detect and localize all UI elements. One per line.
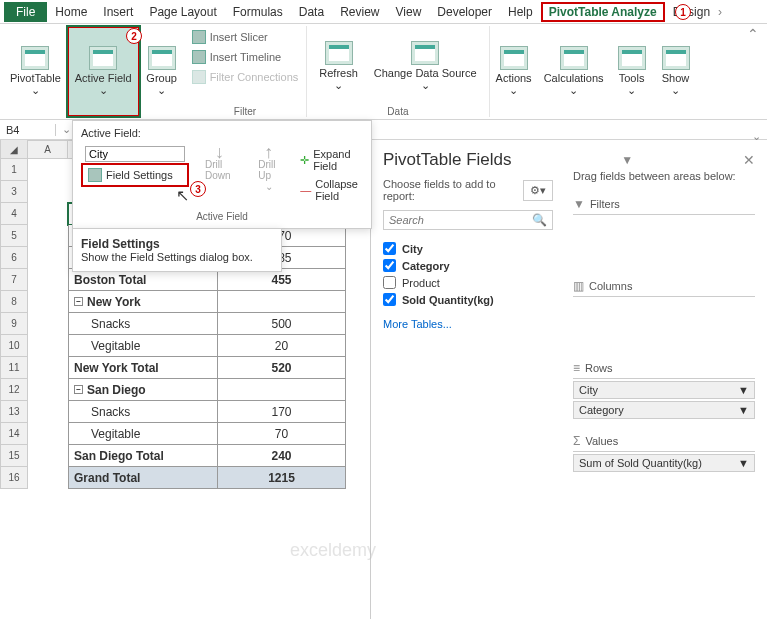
row-header[interactable]: 7	[0, 269, 28, 291]
calculations-button[interactable]: Calculations⌄	[538, 26, 610, 117]
row-label-cell[interactable]: Vegitable	[68, 423, 218, 445]
row-label-cell[interactable]: Boston Total	[68, 269, 218, 291]
row-header[interactable]: 8	[0, 291, 28, 313]
row-header[interactable]: 12	[0, 379, 28, 401]
callout-1: 1	[675, 4, 691, 20]
ribbon-tabs: File Home Insert Page Layout Formulas Da…	[0, 0, 767, 24]
tab-page-layout[interactable]: Page Layout	[141, 2, 224, 22]
row-header[interactable]: 16	[0, 467, 28, 489]
field-checkbox[interactable]: City	[383, 240, 553, 257]
search-icon: 🔍	[532, 213, 547, 227]
callout-2: 2	[126, 28, 142, 44]
field-checkbox[interactable]: Category	[383, 257, 553, 274]
row-header[interactable]: 5	[0, 225, 28, 247]
row-label-cell[interactable]: Vegitable	[68, 335, 218, 357]
tab-data[interactable]: Data	[291, 2, 332, 22]
qty-cell[interactable]	[218, 291, 346, 313]
col-header-a[interactable]: A	[28, 140, 68, 159]
row-label-cell[interactable]: New York Total	[68, 357, 218, 379]
qty-cell[interactable]: 240	[218, 445, 346, 467]
tab-review[interactable]: Review	[332, 2, 387, 22]
qty-cell[interactable]: 1215	[218, 467, 346, 489]
collapse-icon[interactable]: −	[74, 297, 83, 306]
close-icon[interactable]: ✕	[743, 152, 755, 168]
columns-area[interactable]	[573, 296, 755, 316]
values-area-label: Values	[585, 435, 618, 447]
tools-button[interactable]: Tools⌄	[610, 26, 654, 117]
name-box[interactable]: B4	[0, 124, 56, 136]
tab-pivottable-analyze[interactable]: PivotTable Analyze	[541, 2, 665, 22]
area-pill[interactable]: Category▼	[573, 401, 755, 419]
area-pill[interactable]: Sum of Sold Quantity(kg)▼	[573, 454, 755, 472]
row-label-cell[interactable]: Snacks	[68, 401, 218, 423]
row-header[interactable]: 10	[0, 335, 28, 357]
collapse-ribbon-icon[interactable]: ⌃	[747, 26, 759, 42]
row-label-cell[interactable]: San Diego Total	[68, 445, 218, 467]
more-tables-link[interactable]: More Tables...	[383, 318, 553, 330]
insert-slicer-button[interactable]: Insert Slicer	[190, 28, 301, 46]
tab-file[interactable]: File	[4, 2, 47, 22]
values-area[interactable]: Sum of Sold Quantity(kg)▼	[573, 451, 755, 472]
calc-icon	[560, 46, 588, 70]
row-label-cell[interactable]: −New York	[68, 291, 218, 313]
refresh-icon	[325, 41, 353, 65]
drill-down-button: ↓Drill Down	[197, 145, 242, 181]
row-header[interactable]: 15	[0, 445, 28, 467]
qty-cell[interactable]	[218, 379, 346, 401]
group-icon	[148, 46, 176, 70]
collapse-icon[interactable]: −	[74, 385, 83, 394]
active-field-input[interactable]	[85, 146, 185, 162]
qty-cell[interactable]: 20	[218, 335, 346, 357]
values-icon: Σ	[573, 434, 580, 448]
row-header[interactable]: 9	[0, 313, 28, 335]
choose-fields-label: Choose fields to add to report:	[383, 178, 523, 202]
qty-cell[interactable]: 170	[218, 401, 346, 423]
qty-cell[interactable]: 500	[218, 313, 346, 335]
row-header[interactable]: 14	[0, 423, 28, 445]
actions-button[interactable]: Actions⌄	[490, 26, 538, 117]
columns-area-label: Columns	[589, 280, 632, 292]
select-all[interactable]: ◢	[0, 140, 28, 159]
filter-group: Insert Slicer Insert Timeline Filter Con…	[184, 26, 308, 117]
tab-design[interactable]: Design	[665, 2, 718, 22]
row-header[interactable]: 11	[0, 357, 28, 379]
qty-cell[interactable]: 455	[218, 269, 346, 291]
field-checkbox[interactable]: Sold Quantity(kg)	[383, 291, 553, 308]
tab-help[interactable]: Help	[500, 2, 541, 22]
row-header[interactable]: 4	[0, 203, 28, 225]
row-label-cell[interactable]: Snacks	[68, 313, 218, 335]
tab-home[interactable]: Home	[47, 2, 95, 22]
qty-cell[interactable]: 70	[218, 423, 346, 445]
tab-view[interactable]: View	[388, 2, 430, 22]
search-input[interactable]	[383, 210, 553, 230]
area-pill[interactable]: City▼	[573, 381, 755, 399]
drill-up-button: ↑Drill Up⌄	[250, 145, 287, 192]
row-header[interactable]: 13	[0, 401, 28, 423]
rows-area[interactable]: City▼Category▼	[573, 378, 755, 419]
pane-collapse-icon[interactable]: ▼	[621, 153, 633, 167]
dd-group-label: Active Field	[77, 209, 367, 224]
gear-icon[interactable]: ⚙▾	[523, 180, 553, 201]
row-header[interactable]: 1	[0, 159, 28, 181]
data-group-label: Data	[387, 106, 408, 117]
row-label-cell[interactable]: Grand Total	[68, 467, 218, 489]
refresh-button[interactable]: Refresh⌄	[313, 26, 364, 106]
collapse-field-button[interactable]: —Collapse Field	[295, 175, 363, 205]
filters-area[interactable]	[573, 214, 755, 234]
insert-timeline-button[interactable]: Insert Timeline	[190, 48, 301, 66]
row-header[interactable]: 3	[0, 181, 28, 203]
group-button[interactable]: Group⌄	[140, 26, 184, 117]
pivottable-button[interactable]: PivotTable⌄	[4, 26, 67, 117]
tab-formulas[interactable]: Formulas	[225, 2, 291, 22]
field-settings-button[interactable]: Field Settings	[81, 163, 189, 187]
qty-cell[interactable]: 520	[218, 357, 346, 379]
show-button[interactable]: Show⌄	[654, 26, 698, 117]
field-checkbox[interactable]: Product	[383, 274, 553, 291]
expand-field-button[interactable]: ✛Expand Field	[295, 145, 363, 175]
tab-developer[interactable]: Developer	[429, 2, 500, 22]
row-label-cell[interactable]: −San Diego	[68, 379, 218, 401]
row-header[interactable]: 6	[0, 247, 28, 269]
tab-insert[interactable]: Insert	[95, 2, 141, 22]
change-data-source-button[interactable]: Change Data Source⌄	[368, 26, 483, 106]
pane-title: PivotTable Fields	[383, 150, 512, 170]
